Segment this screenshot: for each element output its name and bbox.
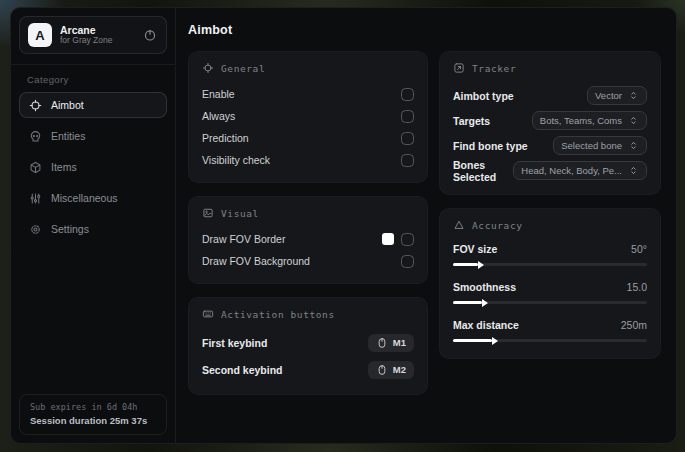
page-title: Aimbot — [188, 23, 661, 37]
visibility-check-checkbox[interactable] — [401, 154, 414, 167]
card-header-label: Activation buttons — [221, 309, 335, 320]
crosshair-icon — [202, 62, 214, 74]
sidebar-item-label: Items — [51, 161, 77, 173]
card-header-label: General — [221, 63, 265, 74]
chevron-updown-icon — [628, 90, 639, 101]
draw-fov-background-checkbox[interactable] — [401, 255, 414, 268]
brand-logo: A — [28, 23, 52, 47]
card-tracker-header: Tracker — [453, 62, 647, 74]
sidebar-item-label: Aimbot — [51, 99, 84, 111]
card-accuracy-header: Accuracy — [453, 219, 647, 231]
first-keybind-button[interactable]: M1 — [368, 334, 414, 352]
prediction-checkbox[interactable] — [401, 132, 414, 145]
sidebar-item-label: Miscellaneous — [51, 192, 118, 204]
fov-size-slider[interactable] — [453, 260, 647, 269]
card-visual: Visual Draw FOV Border Draw FOV Backgrou… — [188, 196, 428, 284]
cheat-menu-window: A Arcane for Gray Zone Category — [10, 7, 677, 444]
card-accuracy: Accuracy FOV size 50° — [439, 208, 661, 359]
sub-expiry-text: Sub expires in 6d 04h — [30, 402, 156, 412]
bones-selected-select[interactable]: Head, Neck, Body, Pe... — [513, 161, 647, 180]
select-value: Head, Neck, Body, Pe... — [521, 165, 622, 176]
row-label: Bones Selected — [453, 159, 513, 183]
slider-fill — [453, 263, 478, 266]
power-icon[interactable] — [142, 27, 158, 43]
setting-row-draw-fov-border: Draw FOV Border — [202, 228, 414, 250]
category-label: Category — [27, 74, 159, 85]
setting-row-bones-selected: Bones Selected Head, Neck, Body, Pe... — [453, 158, 647, 183]
slider-fill — [453, 301, 482, 304]
fov-border-color-swatch[interactable] — [382, 233, 394, 245]
setting-row-fov-size: FOV size 50° — [453, 240, 647, 269]
setting-row-prediction: Prediction — [202, 127, 414, 149]
draw-fov-border-checkbox[interactable] — [401, 233, 414, 246]
triangle-icon — [453, 219, 465, 231]
sidebar-item-items[interactable]: Items — [19, 154, 167, 180]
row-label: First keybind — [202, 337, 267, 349]
card-general-header: General — [202, 62, 414, 74]
skull-icon — [29, 130, 42, 143]
smoothness-slider[interactable] — [453, 298, 647, 307]
card-general: General Enable Always Prediction — [188, 51, 428, 183]
row-label: FOV size — [453, 243, 497, 255]
row-label: Aimbot type — [453, 90, 514, 102]
setting-row-always: Always — [202, 105, 414, 127]
second-keybind-button[interactable]: M2 — [368, 361, 414, 379]
sidebar-item-entities[interactable]: Entities — [19, 123, 167, 149]
max-distance-value: 250m — [621, 319, 647, 331]
select-value: Vector — [595, 90, 622, 101]
gear-icon — [29, 223, 42, 236]
card-activation-buttons: Activation buttons First keybind M1 — [188, 297, 428, 395]
setting-row-find-bone-type: Find bone type Selected bone — [453, 133, 647, 158]
card-tracker: Tracker Aimbot type Vector — [439, 51, 661, 195]
setting-row-enable: Enable — [202, 83, 414, 105]
row-label: Find bone type — [453, 140, 528, 152]
card-header-label: Visual — [221, 208, 259, 219]
select-value: Selected bone — [561, 140, 622, 151]
setting-row-smoothness: Smoothness 15.0 — [453, 278, 647, 307]
find-bone-type-select[interactable]: Selected bone — [553, 136, 647, 155]
main-content: Aimbot General Enable — [176, 8, 676, 443]
row-label: Visibility check — [202, 154, 270, 166]
sidebar-nav: Aimbot Entities Items — [19, 92, 167, 242]
row-label: Draw FOV Border — [202, 233, 285, 245]
setting-row-second-keybind: Second keybind M2 — [202, 356, 414, 383]
always-checkbox[interactable] — [401, 110, 414, 123]
row-label: Enable — [202, 88, 235, 100]
image-icon — [202, 207, 214, 219]
row-label: Prediction — [202, 132, 249, 144]
chevron-updown-icon — [628, 140, 639, 151]
sidebar-footer: Sub expires in 6d 04h Session duration 2… — [11, 386, 175, 443]
keybind-value: M2 — [393, 364, 406, 375]
brand-subtitle: for Gray Zone — [60, 36, 112, 46]
row-label: Always — [202, 110, 235, 122]
aimbot-type-select[interactable]: Vector — [587, 86, 647, 105]
sidebar-item-settings[interactable]: Settings — [19, 216, 167, 242]
enable-checkbox[interactable] — [401, 88, 414, 101]
setting-row-draw-fov-background: Draw FOV Background — [202, 250, 414, 272]
card-visual-header: Visual — [202, 207, 414, 219]
row-label: Max distance — [453, 319, 519, 331]
sidebar-item-label: Entities — [51, 130, 85, 142]
brand-section: A Arcane for Gray Zone — [11, 8, 175, 65]
cube-icon — [29, 161, 42, 174]
select-value: Bots, Teams, Coms — [540, 115, 622, 126]
card-activation-header: Activation buttons — [202, 308, 414, 320]
setting-row-first-keybind: First keybind M1 — [202, 329, 414, 356]
keybind-value: M1 — [393, 337, 406, 348]
max-distance-slider[interactable] — [453, 336, 647, 345]
row-label: Draw FOV Background — [202, 255, 310, 267]
targets-select[interactable]: Bots, Teams, Coms — [532, 111, 647, 130]
brand-text: Arcane for Gray Zone — [60, 24, 112, 46]
crosshair-icon — [29, 99, 42, 112]
sidebar-item-aimbot[interactable]: Aimbot — [19, 92, 167, 118]
sidebar-item-miscellaneous[interactable]: Miscellaneous — [19, 185, 167, 211]
setting-row-aimbot-type: Aimbot type Vector — [453, 83, 647, 108]
mouse-icon — [376, 364, 388, 376]
slider-fill — [453, 339, 492, 342]
sidebar: A Arcane for Gray Zone Category — [11, 8, 176, 443]
smoothness-value: 15.0 — [627, 281, 647, 293]
setting-row-visibility-check: Visibility check — [202, 149, 414, 171]
chevron-updown-icon — [628, 115, 639, 126]
card-header-label: Tracker — [472, 63, 516, 74]
setting-row-targets: Targets Bots, Teams, Coms — [453, 108, 647, 133]
